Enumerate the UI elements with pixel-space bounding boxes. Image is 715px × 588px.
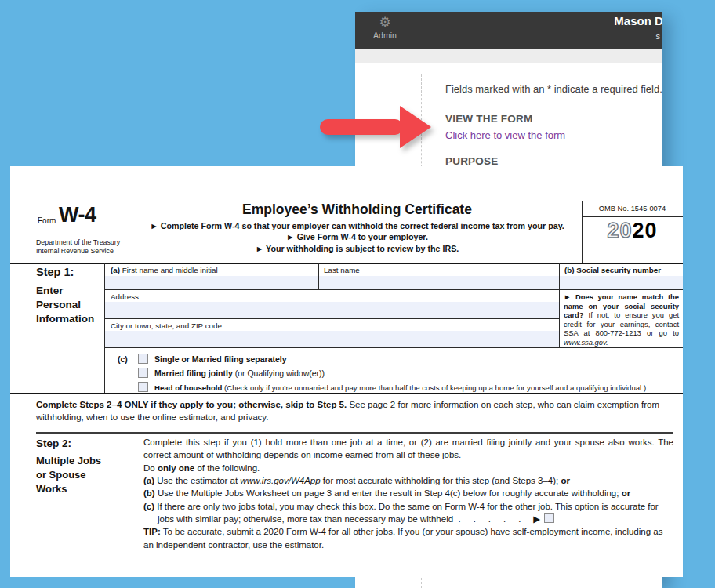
step2-sub-line3: Works bbox=[36, 482, 101, 496]
year-outline: 20 bbox=[607, 219, 632, 242]
first-name-label: (a) First name and middle initial bbox=[111, 266, 218, 274]
last-name-input[interactable] bbox=[319, 276, 559, 289]
purpose-heading: PURPOSE bbox=[445, 155, 498, 167]
filing-status-row-head: Head of household (Check only if you’re … bbox=[138, 382, 646, 392]
step2-item-a: (a) Use the estimator at www.irs.gov/W4A… bbox=[143, 474, 673, 487]
form-word: Form bbox=[38, 216, 56, 225]
view-the-form-heading: VIEW THE FORM bbox=[445, 113, 532, 125]
filing-status-label-single: Single or Married filing separately bbox=[154, 354, 287, 364]
checkbox-two-jobs[interactable] bbox=[544, 513, 554, 523]
step2-intro: Complete this step if you (1) hold more … bbox=[143, 436, 673, 462]
address-input[interactable] bbox=[105, 302, 559, 318]
steps-2-4-note: Complete Steps 2–4 ONLY if they apply to… bbox=[36, 398, 673, 423]
step1-sub-line1: Enter bbox=[36, 284, 94, 298]
step1-bottom-rule bbox=[10, 393, 683, 394]
checkbox-head-of-household[interactable] bbox=[138, 382, 148, 392]
nav-admin-label: Admin bbox=[369, 31, 401, 40]
view-form-link[interactable]: Click here to view the form bbox=[445, 129, 565, 141]
filing-status-label-head: Head of household (Check only if you’re … bbox=[154, 383, 646, 392]
ssn-label: (b) Social security number bbox=[564, 266, 661, 274]
agency-line1: Department of the Treasury bbox=[36, 238, 120, 247]
ssn-input[interactable] bbox=[560, 276, 683, 289]
screen: { "colors":{ "background_blue":"#61b4e3"… bbox=[0, 0, 715, 588]
form-title: Employee’s Withholding Certificate bbox=[132, 201, 582, 218]
subheader-strip bbox=[355, 49, 662, 63]
checkbox-single[interactable] bbox=[138, 354, 148, 364]
city-input[interactable] bbox=[105, 331, 559, 347]
step2-item-c-text: (c) If there are only two jobs total, yo… bbox=[143, 502, 659, 524]
form-year: 2020 bbox=[582, 219, 683, 243]
agency-lines: Department of the Treasury Internal Reve… bbox=[36, 238, 120, 256]
filing-status-row-married: Married filing jointly (or Qualifying wi… bbox=[138, 368, 325, 378]
filing-status-label-married: Married filing jointly (or Qualifying wi… bbox=[154, 368, 325, 378]
step2-item-c: (c) If there are only two jobs total, yo… bbox=[143, 500, 673, 526]
step1-sublabel: Enter Personal Information bbox=[36, 284, 94, 327]
address-label: Address bbox=[111, 292, 139, 301]
step2-sublabel: Multiple Jobs or Spouse Works bbox=[36, 454, 101, 496]
step2-item-b: (b) Use the Multiple Jobs Worksheet on p… bbox=[143, 487, 673, 499]
step1c-prefix: (c) bbox=[118, 354, 128, 364]
row1-bottom-line bbox=[104, 289, 683, 290]
step2-sub-line1: Multiple Jobs bbox=[36, 454, 101, 468]
user-menu-subtext: s bbox=[656, 31, 661, 41]
checkbox-married-jointly[interactable] bbox=[138, 368, 148, 378]
city-bottom-line bbox=[104, 347, 683, 348]
omb-number: OMB No. 1545-0074 bbox=[582, 202, 683, 217]
step2-body: Complete this step if you (1) hold more … bbox=[143, 436, 673, 551]
step2-do-only-one: Do only one of the following. bbox=[143, 462, 673, 474]
ssa-name-match-note: ► Does your name match the name on your … bbox=[564, 292, 679, 347]
header-bottom-rule bbox=[10, 263, 683, 264]
form-number: W-4 bbox=[59, 203, 96, 227]
form-header-right: OMB No. 1545-0074 2020 bbox=[582, 202, 683, 243]
step2-label: Step 2: bbox=[36, 437, 71, 449]
form-bullet-2: ► Give Form W-4 to your employer. bbox=[132, 231, 582, 242]
agency-line2: Internal Revenue Service bbox=[36, 247, 120, 256]
last-name-label: Last name bbox=[324, 266, 360, 274]
address-bottom-line bbox=[104, 318, 559, 319]
form-bullet-1: ► Complete Form W-4 so that your employe… bbox=[132, 220, 582, 231]
form-header-center: Employee’s Withholding Certificate ► Com… bbox=[132, 201, 582, 254]
step1-label: Step 1: bbox=[36, 266, 74, 278]
step2-sub-line2: or Spouse bbox=[36, 468, 101, 482]
year-bold: 20 bbox=[633, 219, 658, 242]
step2-tip: TIP: To be accurate, submit a 2020 Form … bbox=[143, 525, 673, 551]
top-nav: ⚙ Admin Mason Di s bbox=[355, 12, 662, 49]
w4-form-preview: Form W-4 Department of the Treasury Inte… bbox=[10, 166, 683, 577]
step1-sub-line2: Personal bbox=[36, 298, 94, 312]
red-arrow-shaft bbox=[320, 119, 403, 135]
user-menu[interactable]: Mason Di bbox=[614, 14, 662, 27]
nav-item-admin[interactable]: ⚙ Admin bbox=[369, 15, 401, 40]
required-fields-note: Fields marked with an * indicate a requi… bbox=[445, 83, 662, 95]
filing-status-row-single: Single or Married filing separately bbox=[138, 354, 287, 364]
first-name-input[interactable] bbox=[105, 276, 318, 289]
form-bullet-3: ► Your withholding is subject to review … bbox=[132, 243, 582, 254]
section-divider-rule bbox=[36, 432, 673, 434]
red-arrow-head-icon bbox=[400, 106, 431, 148]
city-label: City or town, state, and ZIP code bbox=[111, 321, 222, 330]
gear-icon: ⚙ bbox=[369, 15, 401, 30]
step1-sub-line3: Information bbox=[36, 312, 94, 326]
